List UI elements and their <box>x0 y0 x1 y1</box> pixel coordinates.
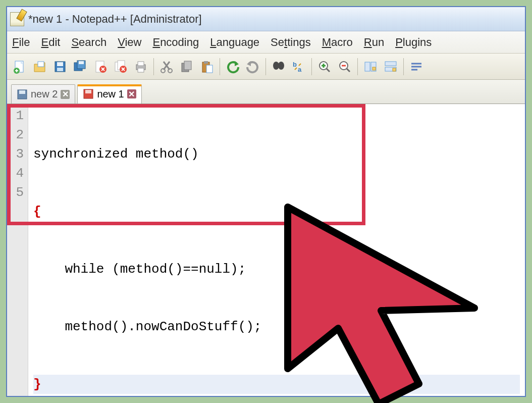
menu-macro[interactable]: Macro <box>322 36 353 49</box>
cut-button[interactable] <box>157 57 176 76</box>
line-number: 3 <box>12 144 24 164</box>
code-line: method().nowCanDoStuff(); <box>33 317 520 336</box>
tab-new2[interactable]: new 2 ✕ <box>11 84 75 104</box>
redo-button[interactable] <box>243 57 262 76</box>
code-line: { <box>33 202 520 221</box>
brace-close: } <box>33 377 41 392</box>
tab-label: new 2 <box>31 88 58 100</box>
svg-rect-5 <box>57 62 63 66</box>
toolbar-separator <box>153 58 154 75</box>
open-file-button[interactable] <box>30 57 49 76</box>
svg-rect-16 <box>138 62 144 66</box>
svg-rect-43 <box>85 90 91 93</box>
menu-view[interactable]: View <box>118 36 141 49</box>
brace-open: { <box>33 204 41 219</box>
menu-bar: File Edit Search View Encoding Language … <box>7 31 525 54</box>
toolbar-separator <box>357 58 358 75</box>
sync-hscroll-button[interactable] <box>381 57 400 76</box>
toolbar-separator <box>265 58 266 75</box>
line-number: 1 <box>12 106 24 125</box>
floppy-dirty-icon <box>83 88 94 99</box>
toolbar-separator <box>220 58 220 75</box>
copy-button[interactable] <box>177 57 196 76</box>
zoom-in-button[interactable] <box>315 57 334 76</box>
sync-vscroll-button[interactable] <box>361 57 380 76</box>
line-number: 4 <box>12 164 24 183</box>
find-replace-button[interactable]: ba <box>289 57 308 76</box>
svg-rect-29 <box>278 65 279 67</box>
window-title: *new 1 - Notepad++ [Administrator] <box>28 13 202 26</box>
toolbar: ba <box>7 54 525 80</box>
floppy-icon <box>17 89 28 100</box>
svg-rect-21 <box>184 61 191 70</box>
line-number: 2 <box>12 125 24 144</box>
app-icon <box>10 12 24 26</box>
editor-area[interactable]: 1 2 3 4 5 synchronized method() { while … <box>7 104 525 396</box>
svg-rect-39 <box>393 68 396 71</box>
svg-rect-34 <box>365 62 370 71</box>
menu-search[interactable]: Search <box>71 36 107 49</box>
save-all-button[interactable] <box>71 57 90 76</box>
save-button[interactable] <box>50 57 70 76</box>
new-file-button[interactable] <box>10 57 29 76</box>
svg-rect-24 <box>206 65 212 73</box>
menu-edit[interactable]: Edit <box>41 36 60 49</box>
svg-rect-41 <box>19 90 25 94</box>
svg-text:a: a <box>298 66 302 73</box>
tab-label: new 1 <box>97 88 124 100</box>
tab-close-icon[interactable]: ✕ <box>127 89 136 98</box>
code-line: synchronized method() <box>33 144 520 164</box>
code-line: while (method()==null); <box>33 260 520 279</box>
tab-new1[interactable]: new 1 ✕ <box>77 84 141 104</box>
svg-rect-37 <box>385 62 396 66</box>
toolbar-separator <box>311 58 312 75</box>
svg-rect-36 <box>373 67 376 70</box>
tab-close-icon[interactable]: ✕ <box>61 90 70 99</box>
title-bar[interactable]: *new 1 - Notepad++ [Administrator] <box>7 7 525 31</box>
code-content[interactable]: synchronized method() { while (method()=… <box>28 104 525 396</box>
line-number-gutter: 1 2 3 4 5 <box>7 104 28 396</box>
menu-plugins[interactable]: Plugins <box>395 36 432 49</box>
svg-rect-17 <box>138 68 144 72</box>
menu-file[interactable]: File <box>12 36 30 49</box>
toolbar-separator <box>403 58 404 75</box>
menu-encoding[interactable]: Encoding <box>152 36 199 49</box>
svg-rect-3 <box>38 62 44 67</box>
menu-settings[interactable]: Settings <box>271 36 311 49</box>
svg-rect-6 <box>57 68 63 71</box>
svg-marker-26 <box>247 61 251 66</box>
menu-run[interactable]: Run <box>364 36 384 49</box>
tab-bar: new 2 ✕ new 1 ✕ <box>7 80 525 104</box>
print-button[interactable] <box>131 57 150 76</box>
svg-rect-23 <box>204 61 208 64</box>
close-all-button[interactable] <box>111 57 130 76</box>
zoom-out-button[interactable] <box>335 57 354 76</box>
paste-button[interactable] <box>197 57 217 76</box>
find-button[interactable] <box>269 57 288 76</box>
svg-rect-9 <box>79 61 84 64</box>
wordwrap-button[interactable] <box>407 57 426 76</box>
svg-marker-25 <box>235 61 239 66</box>
undo-button[interactable] <box>223 57 242 76</box>
close-button[interactable] <box>91 57 110 76</box>
svg-text:b: b <box>293 61 297 68</box>
code-line: } <box>33 375 520 394</box>
menu-language[interactable]: Language <box>210 36 259 49</box>
app-window: *new 1 - Notepad++ [Administrator] File … <box>6 6 526 397</box>
line-number: 5 <box>12 183 24 202</box>
